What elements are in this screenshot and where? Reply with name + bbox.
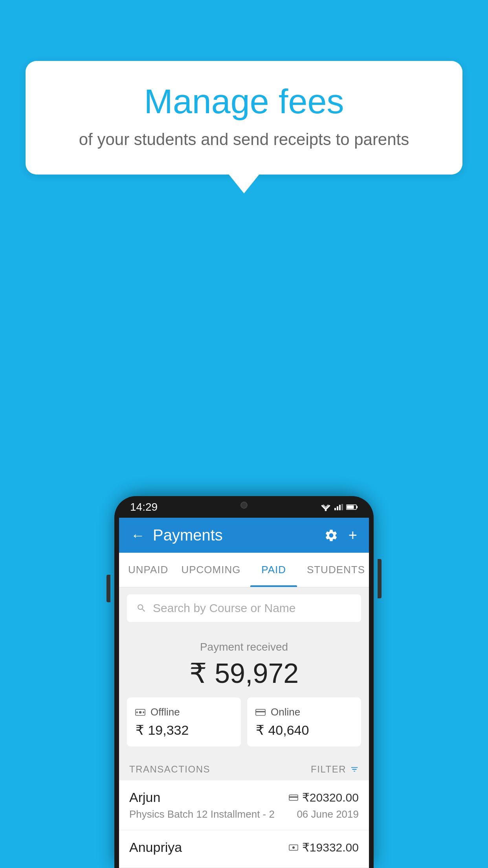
filter-icon xyxy=(350,765,359,774)
phone-frame: 14:29 xyxy=(114,496,374,868)
card-icon-online xyxy=(255,708,266,717)
svg-rect-9 xyxy=(347,505,354,509)
signal-icon xyxy=(334,503,343,511)
cash-icon xyxy=(135,708,146,717)
svg-rect-15 xyxy=(256,711,265,712)
svg-rect-6 xyxy=(341,504,343,510)
transaction-amount-area-1: ₹20320.00 xyxy=(289,791,359,804)
transaction-name-2: Anupriya xyxy=(129,840,182,855)
transaction-name-1: Arjun xyxy=(129,790,160,805)
notch xyxy=(216,496,272,514)
tab-upcoming[interactable]: UPCOMING xyxy=(177,553,244,587)
offline-card: Offline ₹ 19,332 xyxy=(127,697,241,747)
tab-unpaid[interactable]: UNPAID xyxy=(119,553,177,587)
bubble-title: Manage fees xyxy=(49,83,439,121)
transaction-amount-area-2: ₹19332.00 xyxy=(289,840,359,854)
settings-icon[interactable] xyxy=(324,528,338,542)
tab-paid[interactable]: PAID xyxy=(244,553,303,587)
camera xyxy=(240,502,248,509)
transaction-course-1: Physics Batch 12 Installment - 2 xyxy=(129,808,275,820)
offline-type: Offline xyxy=(150,706,180,718)
app-header: ← Payments + xyxy=(119,518,369,553)
payment-amount: ₹ 59,972 xyxy=(127,657,361,690)
filter-label: FILTER xyxy=(311,764,346,775)
transaction-top-1: Arjun ₹20320.00 xyxy=(129,790,359,805)
svg-point-19 xyxy=(292,846,295,849)
status-time: 14:29 xyxy=(130,501,158,513)
status-bar: 14:29 xyxy=(114,496,374,518)
svg-point-11 xyxy=(139,711,142,714)
transaction-amount-1: ₹20320.00 xyxy=(302,791,359,804)
bubble-subtitle: of your students and send receipts to pa… xyxy=(49,130,439,149)
add-button[interactable]: + xyxy=(349,527,357,544)
tabs-bar: UNPAID UPCOMING PAID STUDENTS xyxy=(119,553,369,587)
online-header: Online xyxy=(255,706,300,718)
svg-rect-3 xyxy=(334,508,336,510)
payment-summary: Payment received ₹ 59,972 Offline xyxy=(119,629,369,754)
offline-header: Offline xyxy=(135,706,180,718)
phone-screen: ← Payments + UNPAID UPCOMING PAID xyxy=(114,518,374,868)
transaction-top-2: Anupriya ₹19332.00 xyxy=(129,840,359,855)
offline-amount: ₹ 19,332 xyxy=(135,722,189,738)
speech-bubble: Manage fees of your students and send re… xyxy=(26,61,462,175)
header-right: + xyxy=(324,527,357,544)
search-icon xyxy=(136,603,147,613)
payment-label: Payment received xyxy=(127,641,361,653)
back-button[interactable]: ← xyxy=(131,527,145,544)
tab-students[interactable]: STUDENTS xyxy=(303,553,369,587)
wifi-icon xyxy=(320,503,331,511)
phone-side-button-right xyxy=(378,559,382,598)
transaction-amount-2: ₹19332.00 xyxy=(302,840,359,854)
svg-rect-13 xyxy=(143,711,144,713)
cash-icon-2 xyxy=(289,844,298,851)
transactions-header: TRANSACTIONS FILTER xyxy=(119,754,369,780)
transaction-row-2[interactable]: Anupriya ₹19332.00 xyxy=(119,830,369,868)
online-type: Online xyxy=(271,706,300,718)
transaction-row[interactable]: Arjun ₹20320.00 Physics Batch 12 Install… xyxy=(119,780,369,830)
battery-icon xyxy=(346,504,358,510)
status-icons xyxy=(320,503,358,511)
transaction-bottom-1: Physics Batch 12 Installment - 2 06 June… xyxy=(129,808,359,820)
phone-side-button-left xyxy=(106,575,110,602)
search-placeholder: Search by Course or Name xyxy=(153,601,296,615)
svg-rect-5 xyxy=(339,505,341,510)
header-left: ← Payments xyxy=(131,526,223,544)
search-container: Search by Course or Name xyxy=(119,587,369,629)
svg-rect-4 xyxy=(337,506,338,510)
online-amount: ₹ 40,640 xyxy=(255,722,309,738)
svg-rect-12 xyxy=(136,711,138,713)
transaction-date-1: 06 June 2019 xyxy=(297,808,359,820)
filter-area[interactable]: FILTER xyxy=(311,764,359,775)
transactions-label: TRANSACTIONS xyxy=(129,764,210,775)
svg-rect-8 xyxy=(356,506,358,508)
payment-breakdown: Offline ₹ 19,332 Online ₹ 40,640 xyxy=(127,697,361,747)
search-bar[interactable]: Search by Course or Name xyxy=(127,594,361,622)
header-title: Payments xyxy=(153,526,223,544)
card-icon-1 xyxy=(289,794,298,801)
online-card: Online ₹ 40,640 xyxy=(247,697,361,747)
svg-rect-17 xyxy=(289,796,298,798)
